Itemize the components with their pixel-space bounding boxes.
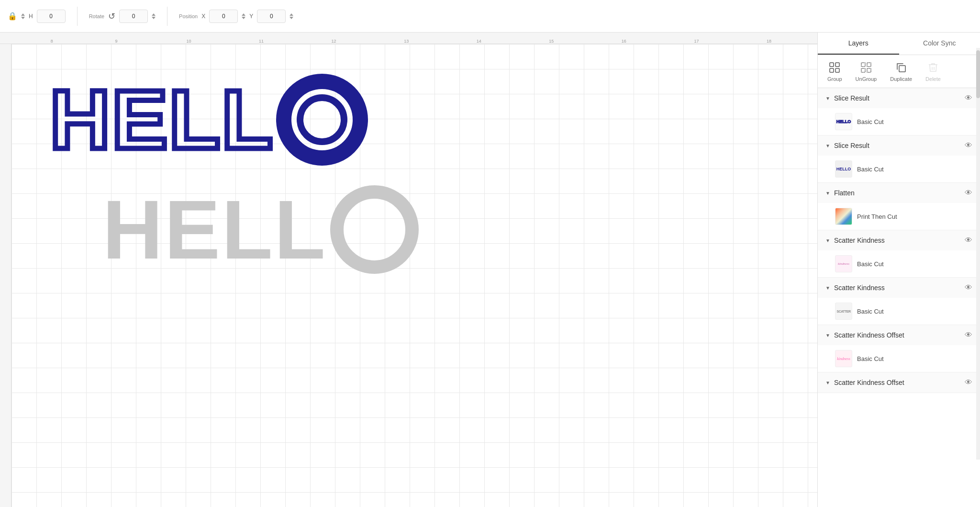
hello-gray-group: HELL [102,183,423,276]
h-down-arrow[interactable] [21,17,25,19]
layer-item-scatter-basic-2[interactable]: SCATTER Basic Cut [818,298,980,325]
thumb-scatter-script-text: kindness [838,262,849,266]
svg-rect-3 [835,68,839,72]
ruler-tick-11: 11 [259,39,264,44]
h-input[interactable] [37,10,66,23]
thumb-hello-filled-text: HELLO [836,167,851,171]
divider-1 [77,7,78,26]
svg-rect-8 [899,66,905,72]
layer-group-header-slice-2[interactable]: ▼ Slice Result 👁 [818,135,980,156]
ruler-tick-17: 17 [694,39,699,44]
thumbnail-hello-outline: HELLO [835,113,852,130]
layer-group-scatter-offset-2: ▼ Scatter Kindness Offset 👁 [818,372,980,393]
ruler-tick-18: 18 [767,39,771,44]
layer-group-header-flatten[interactable]: ▼ Flatten 👁 [818,183,980,203]
ruler-tick-9: 9 [115,39,117,44]
canvas-grid[interactable]: HELL HELL [11,44,817,507]
rotate-down-arrow[interactable] [152,17,156,19]
layer-group-scatter-1: ▼ Scatter Kindness 👁 kindness Basic Cut [818,230,980,278]
layer-item-print-then-cut[interactable]: Print Then Cut [818,203,980,230]
svg-rect-5 [867,63,871,67]
eye-slice-2[interactable]: 👁 [965,141,972,150]
position-group: Position X Y [179,10,293,23]
duplicate-button[interactable]: Duplicate [886,59,916,84]
slice-result-2-label: Slice Result [834,142,965,149]
layer-group-header-scatter-1[interactable]: ▼ Scatter Kindness 👁 [818,230,980,250]
h-stepper[interactable] [21,13,25,19]
layer-item-name-scatter-offset-1: Basic Cut [857,355,972,362]
tab-color-sync[interactable]: Color Sync [899,33,980,55]
thumb-scatter-text-content: SCATTER [836,310,850,313]
layer-group-header-slice-1[interactable]: ▼ Slice Result 👁 [818,88,980,108]
hello-blue-o-container [274,73,370,166]
hello-blue-group: HELL [50,73,370,166]
eye-scatter-offset-1[interactable]: 👁 [965,331,972,339]
delete-label: Delete [925,76,941,82]
hello-blue-letters: HELL [50,78,274,161]
ungroup-icon [859,61,873,74]
x-down-arrow[interactable] [242,17,245,19]
chevron-scatter-offset-2: ▼ [825,380,830,385]
h-up-arrow[interactable] [21,13,25,16]
layer-item-hello-basic-1[interactable]: HELLO Basic Cut [818,108,980,135]
thumbnail-pink-script: kindness [835,350,852,367]
y-label: Y [249,13,253,20]
rotate-input[interactable] [119,10,148,23]
main-area: 8 9 10 11 12 13 14 15 16 17 18 [0,33,980,507]
layer-group-header-scatter-2[interactable]: ▼ Scatter Kindness 👁 [818,278,980,298]
chevron-slice-1: ▼ [825,96,830,101]
layer-item-scatter-basic-1[interactable]: kindness Basic Cut [818,250,980,277]
panel-actions: Group UnGroup [818,55,980,88]
group-icon [828,61,841,74]
y-up-arrow[interactable] [290,13,293,16]
layer-item-scatter-offset-basic-1[interactable]: kindness Basic Cut [818,345,980,372]
divider-2 [167,7,167,26]
toolbar: 🔒 H Rotate ↺ Position X Y [0,0,980,33]
ungroup-button[interactable]: UnGroup [852,59,881,84]
y-input[interactable] [257,10,286,23]
layer-group-header-scatter-offset-2[interactable]: ▼ Scatter Kindness Offset 👁 [818,372,980,393]
x-up-arrow[interactable] [242,13,245,16]
thumbnail-scatter-text: SCATTER [835,303,852,320]
rotate-group: Rotate ↺ [89,10,156,23]
x-input[interactable] [209,10,238,23]
x-stepper[interactable] [242,13,245,19]
layer-item-name-print-then-cut: Print Then Cut [857,213,972,220]
thumb-pink-script-text: kindness [837,357,850,361]
eye-flatten[interactable]: 👁 [965,189,972,197]
ruler-tick-8: 8 [51,39,53,44]
rotate-up-arrow[interactable] [152,13,156,16]
delete-icon [926,61,940,74]
position-label: Position [179,13,198,19]
hello-blue-inner-ring [297,94,347,145]
layers-list: ▼ Slice Result 👁 HELLO Basic Cut ▼ Slice… [818,88,980,507]
rotate-label: Rotate [89,13,104,19]
eye-scatter-2[interactable]: 👁 [965,283,972,292]
eye-scatter-1[interactable]: 👁 [965,236,972,245]
panel-tabs: Layers Color Sync [818,33,980,55]
tab-layers[interactable]: Layers [818,33,899,55]
ruler-tick-16: 16 [622,39,626,44]
x-label: X [201,13,205,20]
y-stepper[interactable] [290,13,293,19]
eye-scatter-offset-2[interactable]: 👁 [965,378,972,387]
chevron-slice-2: ▼ [825,143,830,148]
layer-item-hello-basic-2[interactable]: HELLO Basic Cut [818,156,980,182]
canvas-wrapper[interactable]: HELL HELL [11,44,817,507]
layer-group-flatten: ▼ Flatten 👁 Print Then Cut [818,183,980,230]
scrollbar-thumb[interactable] [976,50,980,98]
layer-group-scatter-offset-1: ▼ Scatter Kindness Offset 👁 kindness Bas… [818,325,980,372]
group-button[interactable]: Group [824,59,846,84]
layer-group-header-scatter-offset-1[interactable]: ▼ Scatter Kindness Offset 👁 [818,325,980,345]
y-down-arrow[interactable] [290,17,293,19]
scrollbar-track [976,48,980,460]
delete-button[interactable]: Delete [922,59,945,84]
duplicate-icon [894,61,908,74]
svg-rect-1 [835,63,839,67]
svg-rect-4 [861,63,865,67]
flatten-label: Flatten [834,189,965,197]
eye-slice-1[interactable]: 👁 [965,94,972,102]
rotate-stepper[interactable] [152,13,156,19]
h-label: H [29,13,33,20]
layer-item-name-scatter-basic-1: Basic Cut [857,260,972,268]
